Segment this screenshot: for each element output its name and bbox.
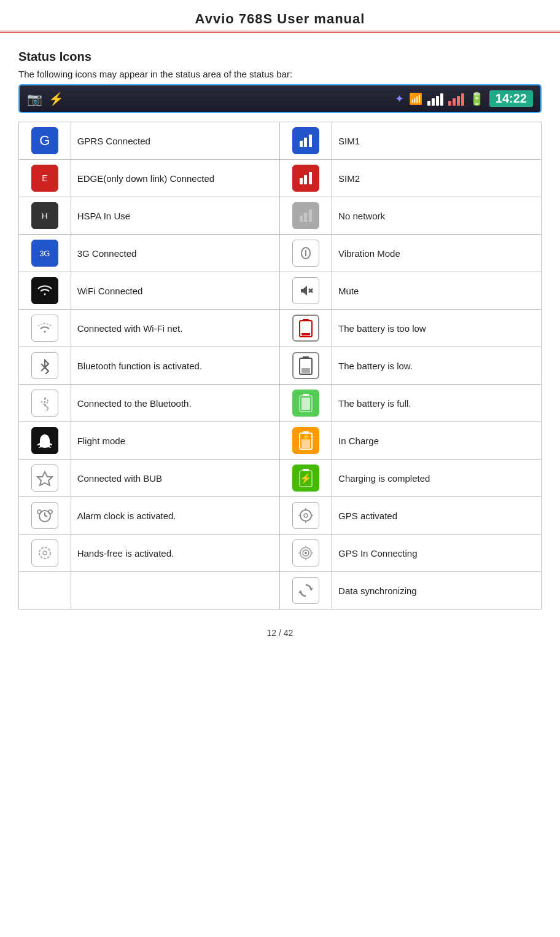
table-row: H HSPA In Use No network xyxy=(19,197,542,235)
battery-toolow-icon xyxy=(292,315,319,342)
label-incharge: In Charge xyxy=(332,422,542,460)
svg-rect-2 xyxy=(309,135,312,147)
page-number: 12 / 42 xyxy=(267,628,294,638)
icon-cell-bat-full xyxy=(280,385,332,422)
battery-incharge-icon: ⚡ xyxy=(292,427,319,454)
svg-text:⚡: ⚡ xyxy=(301,432,311,441)
svg-point-38 xyxy=(300,510,311,521)
bar2r xyxy=(453,98,456,106)
label-hspa: HSPA In Use xyxy=(71,197,280,235)
sim1-icon xyxy=(292,127,319,154)
icon-cell-wifi xyxy=(19,272,71,310)
svg-rect-0 xyxy=(300,141,303,147)
gprs-icon: G xyxy=(31,127,58,154)
label-gps: GPS activated xyxy=(332,497,542,535)
table-row: Data synchronizing xyxy=(19,572,542,610)
3g-icon: 3G xyxy=(31,240,58,267)
icon-cell-edge: E xyxy=(19,160,71,197)
bar2 xyxy=(432,98,435,106)
icon-cell-nonet xyxy=(280,197,332,235)
bar3r xyxy=(457,96,460,106)
icon-cell-bt2 xyxy=(19,385,71,422)
label-sync: Data synchronizing xyxy=(332,572,542,610)
label-3g: 3G Connected xyxy=(71,235,280,272)
vibration-icon xyxy=(292,240,319,267)
svg-rect-7 xyxy=(304,213,307,222)
battery-done-icon: ⚡ xyxy=(292,465,319,492)
edge-icon: E xyxy=(31,165,58,192)
handsfree-icon xyxy=(31,539,58,567)
label-wifi2: Connected with Wi-Fi net. xyxy=(71,310,280,347)
bar4r xyxy=(461,93,464,106)
svg-rect-3 xyxy=(300,178,303,184)
label-gprs: GPRS Connected xyxy=(71,122,280,160)
status-bar-screenshot: 📷 ⚡ ✦ 📶 🔋 14:22 xyxy=(18,84,542,113)
gps-icon xyxy=(292,502,319,529)
icon-cell-alarm xyxy=(19,497,71,535)
table-row: G GPRS Connected SIM1 xyxy=(19,122,542,160)
icon-cell-gps2 xyxy=(280,535,332,572)
svg-rect-21 xyxy=(301,368,310,373)
label-nonetwork: No network xyxy=(332,197,542,235)
icon-cell-vibration xyxy=(280,235,332,272)
icon-cell-3g: 3G xyxy=(19,235,71,272)
label-sim1: SIM1 xyxy=(332,122,542,160)
icon-cell-hspa: H xyxy=(19,197,71,235)
status-bar-left: 📷 ⚡ xyxy=(27,92,64,106)
icon-cell-incharge: ⚡ xyxy=(280,422,332,460)
flight-mode-icon xyxy=(31,427,58,454)
bar4 xyxy=(440,93,443,106)
svg-marker-53 xyxy=(309,588,313,590)
page-title: Avvio 768S User manual xyxy=(0,11,560,27)
wifi2-icon xyxy=(31,315,58,342)
table-row: Bluetooth function is activated. The bat… xyxy=(19,347,542,385)
table-row: WiFi Connected Mute xyxy=(19,272,542,310)
signal-bars-2 xyxy=(448,92,464,106)
battery-low-icon xyxy=(292,352,319,379)
icon-cell-handsfree xyxy=(19,535,71,572)
label-vibration: Vibration Mode xyxy=(332,235,542,272)
icon-cell-sim2 xyxy=(280,160,332,197)
icon-cell-flight xyxy=(19,422,71,460)
svg-marker-11 xyxy=(301,286,307,296)
mute-icon xyxy=(292,277,319,304)
intro-text: The following icons may appear in the st… xyxy=(18,69,542,79)
label-mute: Mute xyxy=(332,272,542,310)
svg-point-48 xyxy=(305,552,307,554)
svg-point-44 xyxy=(39,547,50,559)
bub-icon xyxy=(31,465,58,492)
label-bt: Bluetooth function is activated. xyxy=(71,347,280,385)
label-edge: EDGE(only down link) Connected xyxy=(71,160,280,197)
wifi-icon xyxy=(31,277,58,304)
bluetooth-connected-icon xyxy=(31,390,58,417)
table-row: Hands-free is activated. GPS In Connecti… xyxy=(19,535,542,572)
icon-cell-gprs: G xyxy=(19,122,71,160)
icon-cell-gps xyxy=(280,497,332,535)
bluetooth-icon xyxy=(31,352,58,379)
bar1r xyxy=(448,101,451,106)
svg-point-45 xyxy=(43,551,47,555)
page-header: Avvio 768S User manual xyxy=(0,0,560,33)
icon-cell-bub xyxy=(19,460,71,497)
icon-cell-sync xyxy=(280,572,332,610)
label-bat-full: The battery is full. xyxy=(332,385,542,422)
alarm-icon xyxy=(31,502,58,529)
svg-rect-5 xyxy=(309,172,312,184)
table-row: 3G 3G Connected Vibration Mode xyxy=(19,235,542,272)
label-alarm: Alarm clock is activated. xyxy=(71,497,280,535)
svg-rect-4 xyxy=(304,175,307,184)
sim2-icon xyxy=(292,165,319,192)
label-sim2: SIM2 xyxy=(332,160,542,197)
table-row: E EDGE(only down link) Connected SIM2 xyxy=(19,160,542,197)
bluetooth-status-icon: ✦ xyxy=(395,92,404,106)
icon-cell-bat-toolow xyxy=(280,310,332,347)
sync-icon xyxy=(292,577,319,604)
icon-cell-charging-done: ⚡ xyxy=(280,460,332,497)
status-bar-time: 14:22 xyxy=(489,90,533,107)
table-row: Alarm clock is activated. GPS activated xyxy=(19,497,542,535)
svg-point-39 xyxy=(304,514,308,517)
wifi-status-icon: 📶 xyxy=(409,92,422,106)
icon-cell-wifi2 xyxy=(19,310,71,347)
icon-cell-mute xyxy=(280,272,332,310)
label-gps2: GPS In Connecting xyxy=(332,535,542,572)
